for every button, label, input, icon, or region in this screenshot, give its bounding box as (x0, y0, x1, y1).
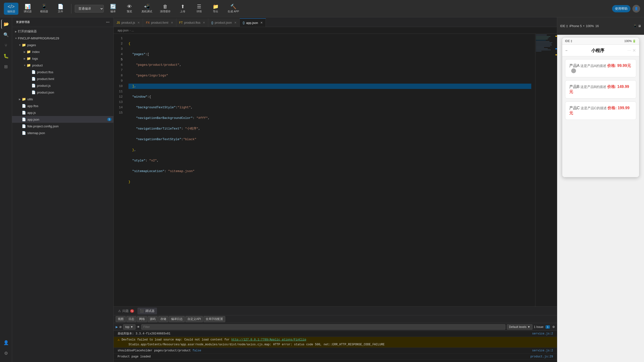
phone-nav-bar: ← 小程序 ··· ✕ (562, 45, 639, 56)
user-avatar[interactable]: 👤 (632, 5, 640, 12)
ide-label: IDE ‡ (560, 24, 568, 28)
console-row-3-source[interactable]: service.js:2 (532, 348, 553, 353)
breadcrumb: app.json › ... (114, 27, 557, 34)
tab-product-fxml[interactable]: FX product.fxml ✕ (143, 18, 176, 27)
product-b-name: 产品B (569, 85, 580, 89)
product-a-name: 产品A (569, 64, 580, 68)
console-output: 基础库版本: 3.3.4-fix20240603v01 service.js:2… (114, 331, 557, 362)
clear-console-icon[interactable]: ⊘ (119, 325, 122, 329)
sidebar-project-root[interactable]: ▼ FINCLIP-MINIPROGRAM129 (12, 35, 114, 41)
ln-11: 11 (118, 89, 123, 94)
file-btn[interactable]: 📄 文件 (53, 3, 68, 15)
activity-search[interactable]: 🔍 (1, 30, 11, 40)
sidebar-item-product-fxml[interactable]: 📄 product.fxml (12, 75, 114, 82)
console-row-4-source[interactable]: product.js:29 (530, 354, 553, 359)
simulator-icon: 📱 (41, 4, 47, 9)
help-btn[interactable]: 使用帮助 (612, 5, 630, 12)
console-row-1-source[interactable]: service.js:2 (532, 331, 553, 336)
real-debug-btn[interactable]: 📲 真机调试 (138, 3, 155, 15)
debugger-sub-tabs: 视图 日志 网络 源码 存储 编译日志 自定义API 全局字段配置 (114, 315, 557, 323)
product-card-c[interactable]: 产品C 这是产品C的描述 价格: 199.99元 (565, 102, 636, 120)
compile-btn[interactable]: 🔄 编译 (106, 3, 120, 15)
code-line-13: "sitemapLocation": "sitemap.json" (128, 169, 531, 174)
debug-sub-network[interactable]: 网络 (137, 316, 147, 322)
clear-cache-btn[interactable]: 🗑 清理缓存 (157, 3, 174, 15)
export-icon: 📁 (213, 4, 219, 9)
tab-close-product-ftss[interactable]: ✕ (203, 21, 205, 24)
editor-btn[interactable]: </> 编辑器 (4, 3, 18, 15)
code-line-8: "navigationBarBackgroundColor": "#fff", (128, 116, 531, 121)
product-card-b[interactable]: 产品B 这是产品B的描述 价格: 149.99元 (565, 80, 636, 99)
activity-settings[interactable]: ⚙ (1, 349, 11, 358)
nav-more[interactable]: ··· (627, 48, 631, 53)
activity-extensions[interactable]: ⊞ (1, 62, 11, 72)
sidebar-item-utils[interactable]: ▶ 📁 utils (12, 96, 114, 102)
sidebar-item-product-json[interactable]: 📄 product.json (12, 89, 114, 96)
activity-explorer[interactable]: 📂 (1, 19, 11, 29)
context-selector[interactable]: top ▼ (123, 324, 136, 330)
tab-product-ftss[interactable]: FT product.ftss ✕ (176, 18, 208, 27)
open-editors-label: 打开的编辑器 (18, 29, 37, 34)
build-app-btn[interactable]: 🔨 生成 APP (225, 3, 242, 15)
detail-btn[interactable]: ☰ 详情 (192, 3, 206, 15)
sidebar-item-logs[interactable]: ▶ 📁 logs (12, 55, 114, 62)
debug-sub-log[interactable]: 日志 (126, 316, 136, 322)
sidebar-item-product[interactable]: ▼ 📁 product (12, 62, 114, 69)
preview-btn[interactable]: 👁 预览 (122, 3, 137, 15)
sidebar-item-pages[interactable]: ▼ 📁 pages (12, 41, 114, 48)
sidebar-item-sitemap[interactable]: 📄 sitemap.json (12, 130, 114, 136)
device-name[interactable]: iPhone 5 (570, 24, 582, 28)
context-value: top (125, 325, 130, 329)
tab-product-json[interactable]: {} product.json ✕ (208, 18, 240, 27)
tab-close-app-json[interactable]: ✕ (260, 21, 263, 24)
debugger-btn[interactable]: 📊 调试器 (20, 3, 35, 15)
sidebar-item-app-json[interactable]: 📄 app.json 5 (12, 116, 114, 123)
settings-icon[interactable]: ⚙ (552, 325, 555, 329)
tab-close-product-fxml[interactable]: ✕ (171, 21, 173, 24)
sidebar-open-editors[interactable]: ▶ 打开的编辑器 (12, 28, 114, 35)
bottom-panel: ⚠ 问题 5 ⬛ 调试器 视图 日志 网络 源码 存储 编译日志 自定义API … (114, 306, 557, 362)
sidebar-item-app-js[interactable]: 📄 app.js (12, 109, 114, 116)
product-b-row: 产品B 这是产品B的描述 价格: 149.99元 (569, 84, 632, 94)
detail-label: 详情 (196, 10, 202, 13)
console-row-prompt[interactable]: › (114, 360, 557, 362)
warning-link[interactable]: http://127.0.0.1:7789/Applic ations/FinC… (231, 338, 306, 342)
sidebar-more[interactable]: ··· (106, 20, 110, 24)
tab-debugger[interactable]: ⬛ 调试器 (138, 308, 157, 314)
activity-debug[interactable]: 🐛 (1, 51, 11, 61)
debug-sub-view[interactable]: 视图 (116, 316, 126, 322)
sidebar-item-fide-config[interactable]: 📄 fide.project.config.json (12, 123, 114, 130)
debug-sub-compile-log[interactable]: 编译日志 (169, 316, 185, 322)
debug-sub-source[interactable]: 源码 (148, 316, 158, 322)
debug-sub-global-field[interactable]: 全局字段配置 (204, 316, 225, 322)
debug-sub-storage[interactable]: 存储 (158, 316, 168, 322)
editor-icon: </> (8, 4, 15, 9)
debugger-tab-label: 调试器 (145, 309, 154, 313)
phone-device: IDE ‡ 100% 🔋 ← 小程序 ··· ✕ (562, 37, 640, 177)
tab-product-js[interactable]: JS product.js ✕ (114, 18, 143, 27)
eye-icon[interactable]: 👁 (137, 325, 140, 329)
sidebar-item-app-ftss[interactable]: 📄 app.ftss (12, 102, 114, 109)
simulator-btn[interactable]: 📱 模拟器 (37, 3, 51, 15)
upload-btn[interactable]: ⬆ 上传 (176, 3, 190, 15)
activity-git[interactable]: ⑂ (1, 41, 11, 50)
tab-issues[interactable]: ⚠ 问题 5 (116, 308, 136, 314)
nav-close[interactable]: ✕ (632, 48, 636, 53)
tab-close-product-json[interactable]: ✕ (234, 21, 236, 24)
real-debug-label: 真机调试 (142, 10, 152, 13)
tab-close-product-js[interactable]: ✕ (138, 21, 140, 24)
sidebar-item-index[interactable]: ▶ 📁 index (12, 48, 114, 55)
debug-sub-custom-api[interactable]: 自定义API (185, 316, 203, 322)
product-card-a[interactable]: 产品A 这是产品A的描述 价格: 99.99元 (565, 59, 636, 77)
sidebar-item-product-ftss[interactable]: 📄 product.ftss (12, 69, 114, 75)
tab-app-json[interactable]: {} app.json ✕ (240, 18, 266, 27)
console-row-1-content: 基础库版本: 3.3.4-fix20240603v01 (118, 331, 170, 336)
activity-accounts[interactable]: 👤 (1, 338, 11, 348)
code-editor[interactable]: 1 2 3 4 5 6 7 8 9 10 11 12 13 14 15 (114, 34, 535, 306)
export-btn[interactable]: 📁 导出 (208, 3, 223, 15)
compile-dropdown[interactable]: 普通编译 (75, 5, 104, 12)
levels-dropdown[interactable]: Default levels ▼ (507, 324, 532, 330)
sidebar-item-product-js[interactable]: 📄 product.js (12, 82, 114, 89)
code-content[interactable]: { "pages":[ "pages/product/product", "pa… (124, 34, 535, 306)
filter-input[interactable] (141, 324, 506, 330)
